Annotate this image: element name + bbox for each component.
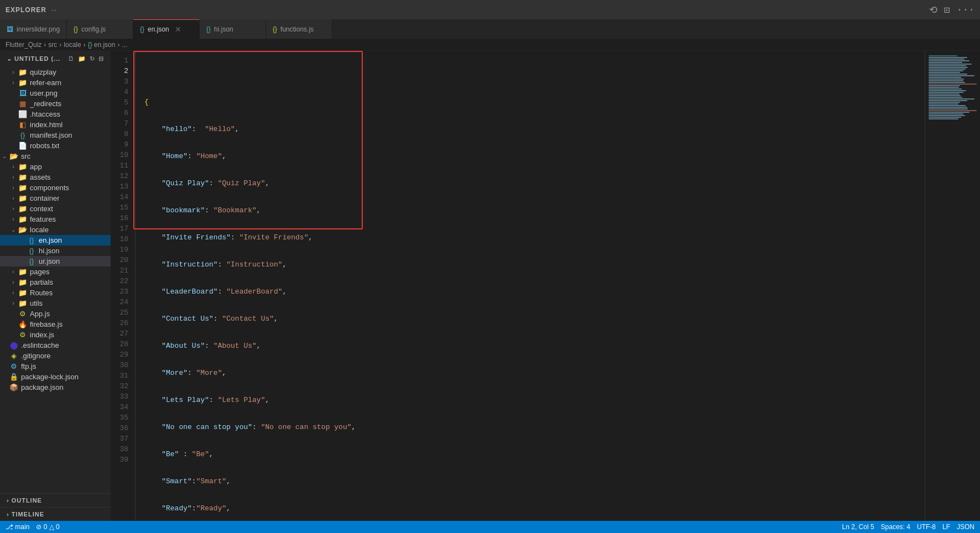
sidebar-item-quizplay[interactable]: › 📁 quizplay: [0, 67, 111, 77]
code-line-3: "Home": "Home",: [144, 151, 925, 161]
outline-section[interactable]: › OUTLINE: [0, 493, 111, 507]
sidebar-item-features[interactable]: › 📁 features: [0, 214, 111, 224]
sidebar-item-redirects[interactable]: ▦ _redirects: [0, 98, 111, 109]
more-actions-icon[interactable]: ···: [957, 4, 974, 15]
status-bar: ⎇ main ⊘ 0 △ 0 Ln 2, Col 5 Spaces: 4 UTF…: [0, 521, 980, 533]
sidebar-item-components[interactable]: › 📁 components: [0, 182, 111, 193]
line-38: 38: [111, 444, 135, 454]
timeline-section[interactable]: › TIMELINE: [0, 507, 111, 521]
lock-icon: 🔒: [9, 373, 19, 381]
code-area[interactable]: 1 2 3 4 5 6 7 8 9 10 11 12 13 14: [111, 51, 925, 521]
line-ending[interactable]: LF: [942, 523, 950, 531]
titlebar: EXPLORER ··· ⟲ ⊡ ···: [0, 0, 980, 19]
outline-label: OUTLINE: [12, 497, 42, 504]
line-21: 21: [111, 265, 135, 276]
sidebar-item-ftp-js[interactable]: ⚙ ftp.js: [0, 361, 111, 372]
sidebar-item-app[interactable]: › 📁 app: [0, 161, 111, 172]
sidebar-item-pages[interactable]: › 📁 pages: [0, 266, 111, 277]
line-34: 34: [111, 402, 135, 412]
sidebar-item-manifest-json[interactable]: {} manifest.json: [0, 130, 111, 140]
breadcrumb-file[interactable]: en.json: [94, 41, 116, 49]
sidebar-item-eslintcache[interactable]: ⬤ .eslintcache: [0, 340, 111, 351]
sidebar-item-robots-txt[interactable]: 📄 robots.txt: [0, 140, 111, 151]
sidebar-item-container[interactable]: › 📁 container: [0, 193, 111, 203]
new-folder-icon[interactable]: 📁: [78, 55, 86, 62]
collapse-icon[interactable]: ⊟: [98, 55, 104, 62]
png-icon: 🖼: [18, 89, 28, 97]
minimap-content: [925, 51, 980, 521]
line-numbers: 1 2 3 4 5 6 7 8 9 10 11 12 13 14: [111, 51, 135, 521]
minimap: [925, 51, 980, 521]
sidebar-item-refer-earn[interactable]: › 📁 refer-earn: [0, 77, 111, 88]
code-line-4: "Quiz Play": "Quiz Play",: [144, 178, 925, 189]
sidebar-item-assets[interactable]: › 📁 assets: [0, 172, 111, 182]
sidebar-item-context[interactable]: › 📁 context: [0, 203, 111, 214]
sidebar-item-app-js[interactable]: ⚙ App.js: [0, 309, 111, 319]
code-line-1: {: [144, 97, 925, 107]
sidebar-item-utils[interactable]: › 📁 utils: [0, 298, 111, 309]
sidebar-item-package-lock[interactable]: 🔒 package-lock.json: [0, 372, 111, 382]
sidebar-item-ur-json[interactable]: {} ur.json: [0, 256, 111, 266]
history-icon[interactable]: ⟲: [929, 4, 937, 16]
cursor-position[interactable]: Ln 2, Col 5: [842, 523, 874, 531]
sidebar-item-src[interactable]: ⌄ 📂 src: [0, 151, 111, 161]
folder-icon: 📁: [18, 184, 28, 192]
line-32: 32: [111, 381, 135, 391]
breadcrumb-locale[interactable]: locale: [64, 41, 81, 49]
sidebar-item-user-png[interactable]: 🖼 user.png: [0, 88, 111, 98]
line-9: 9: [111, 139, 135, 150]
folder-icon: 📁: [18, 205, 28, 213]
htaccess-icon: ⬜: [18, 110, 28, 118]
sidebar-item-htaccess[interactable]: ⬜ .htaccess: [0, 109, 111, 119]
gitignore-icon: ◈: [9, 352, 19, 360]
tab-innerslider[interactable]: 🖼 innerslider.png: [0, 19, 67, 39]
breadcrumb-src[interactable]: src: [48, 41, 57, 49]
sidebar-item-index-js[interactable]: ⚙ index.js: [0, 330, 111, 340]
folder-icon: 📁: [18, 79, 28, 87]
titlebar-dots[interactable]: ···: [51, 6, 56, 14]
tab-en-json[interactable]: {} en.json ✕: [133, 19, 200, 39]
sidebar-item-package-json[interactable]: 📦 package.json: [0, 382, 111, 393]
spaces[interactable]: Spaces: 4: [881, 523, 910, 531]
line-11: 11: [111, 160, 135, 171]
breadcrumb-more[interactable]: ...: [122, 41, 127, 49]
errors[interactable]: ⊘ 0 △ 0: [36, 523, 59, 531]
line-29: 29: [111, 349, 135, 360]
breadcrumb-flutter[interactable]: Flutter_Quiz: [6, 41, 41, 49]
sidebar-item-partials[interactable]: › 📁 partials: [0, 277, 111, 288]
tab-functions[interactable]: {} functions.js: [266, 19, 332, 39]
redirects-icon: ▦: [18, 100, 28, 108]
sidebar-item-firebase-js[interactable]: 🔥 firebase.js: [0, 319, 111, 330]
sidebar-item-routes[interactable]: › 📁 Routes: [0, 288, 111, 298]
tab-icon-js-config: {}: [74, 25, 78, 33]
git-branch[interactable]: ⎇ main: [6, 523, 29, 531]
folder-icon: 📁: [18, 299, 28, 307]
line-5: 5: [111, 97, 135, 108]
sidebar: ⌄ UNTITLED (... 🗋 📁 ↻ ⊟ › 📁 quizplay › 📁…: [0, 51, 111, 521]
tab-hi-json[interactable]: {} hi.json: [200, 19, 266, 39]
refresh-icon[interactable]: ↻: [90, 55, 95, 62]
sidebar-item-gitignore[interactable]: ◈ .gitignore: [0, 351, 111, 361]
breadcrumb: Flutter_Quiz › src › locale › {} en.json…: [0, 39, 980, 51]
titlebar-left: EXPLORER ···: [6, 6, 56, 14]
folder-icon: 📁: [18, 68, 28, 76]
new-file-icon[interactable]: 🗋: [68, 55, 75, 62]
encoding[interactable]: UTF-8: [917, 523, 936, 531]
split-editor-icon[interactable]: ⊡: [944, 4, 950, 16]
line-24: 24: [111, 297, 135, 307]
sidebar-item-hi-json[interactable]: {} hi.json: [0, 245, 111, 256]
sidebar-item-locale[interactable]: ⌄ 📂 locale: [0, 224, 111, 235]
json-icon: {}: [27, 257, 37, 265]
language-mode[interactable]: JSON: [957, 523, 974, 531]
code-content[interactable]: { "hello": "Hello", "Home": "Home", "Qui…: [135, 51, 925, 521]
tab-config[interactable]: {} config.js: [67, 19, 133, 39]
sidebar-item-en-json[interactable]: {} en.json: [0, 235, 111, 245]
line-37: 37: [111, 433, 135, 444]
sidebar-item-index-html[interactable]: ◧ index.html: [0, 119, 111, 130]
tab-label-innerslider: innerslider.png: [17, 25, 60, 33]
code-line-8: "LeaderBoard": "LeaderBoard",: [144, 286, 925, 297]
tab-icon-png: 🖼: [7, 25, 13, 33]
json-icon: 📦: [9, 383, 19, 391]
code-line-9: "Contact Us": "Contact Us",: [144, 313, 925, 324]
tab-close-en[interactable]: ✕: [175, 25, 181, 34]
